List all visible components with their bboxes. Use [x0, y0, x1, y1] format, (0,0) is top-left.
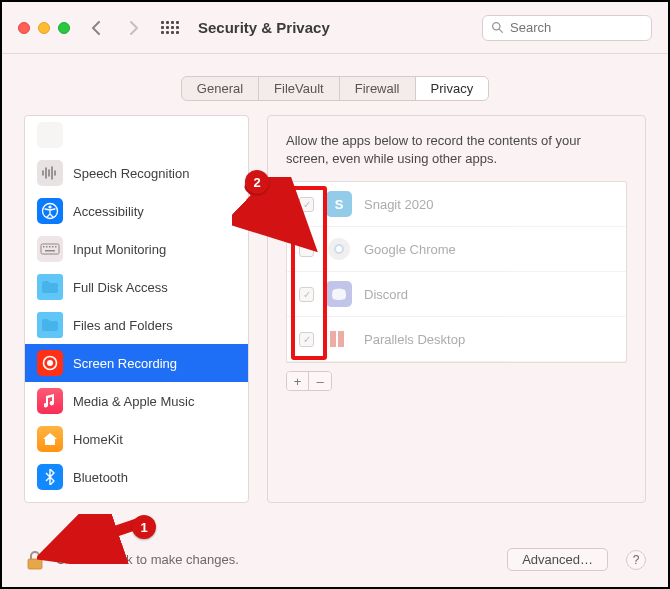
accessibility-icon [37, 198, 63, 224]
svg-rect-13 [52, 246, 54, 248]
disk-icon [37, 274, 63, 300]
apps-grid-icon[interactable] [160, 18, 180, 38]
sidebar-item-label: Media & Apple Music [73, 394, 194, 409]
sidebar-item-label: Speech Recognition [73, 166, 189, 181]
sidebar-item-homekit[interactable]: HomeKit [25, 420, 248, 458]
svg-rect-11 [46, 246, 48, 248]
tab-filevault[interactable]: FileVault [259, 77, 340, 100]
app-checkbox[interactable] [299, 197, 314, 212]
app-name: Snagit 2020 [364, 197, 433, 212]
lock-text: Click the lock to make changes. [56, 552, 239, 567]
app-checkbox[interactable] [299, 242, 314, 257]
minimize-button[interactable] [38, 22, 50, 34]
sidebar-item-label: Screen Recording [73, 356, 177, 371]
app-row[interactable]: S Snagit 2020 [287, 182, 626, 227]
detail-pane: Allow the apps below to record the conte… [267, 115, 646, 503]
add-remove-buttons: + – [286, 371, 332, 391]
chrome-icon [326, 236, 352, 262]
zoom-button[interactable] [58, 22, 70, 34]
help-button[interactable]: ? [626, 550, 646, 570]
annotation-badge-2: 2 [245, 170, 269, 194]
svg-rect-14 [55, 246, 57, 248]
svg-rect-23 [28, 559, 42, 569]
app-row[interactable]: Discord [287, 272, 626, 317]
tab-firewall[interactable]: Firewall [340, 77, 416, 100]
svg-rect-10 [43, 246, 45, 248]
tab-privacy[interactable]: Privacy [416, 77, 489, 100]
record-icon [37, 350, 63, 376]
detail-description: Allow the apps below to record the conte… [286, 132, 627, 167]
sidebar-item-bluetooth[interactable]: Bluetooth [25, 458, 248, 496]
sidebar-item-partial[interactable] [25, 122, 248, 154]
snagit-icon: S [326, 191, 352, 217]
speech-icon [37, 160, 63, 186]
remove-button[interactable]: – [309, 372, 331, 390]
sidebar-item-input-monitoring[interactable]: Input Monitoring [25, 230, 248, 268]
search-icon [491, 21, 504, 34]
svg-rect-21 [330, 331, 336, 347]
sidebar-item-label: Accessibility [73, 204, 144, 219]
footer: Click the lock to make changes. Advanced… [24, 548, 646, 571]
app-name: Google Chrome [364, 242, 456, 257]
tab-bar: General FileVault Firewall Privacy [2, 76, 668, 101]
svg-point-17 [47, 360, 53, 366]
svg-line-1 [499, 29, 502, 32]
titlebar: Security & Privacy [2, 2, 668, 54]
sidebar-item-files-folders[interactable]: Files and Folders [25, 306, 248, 344]
svg-rect-15 [45, 250, 55, 252]
tab-general[interactable]: General [182, 77, 259, 100]
sidebar-item-speech[interactable]: Speech Recognition [25, 154, 248, 192]
privacy-sidebar: Speech Recognition Accessibility Input M… [24, 115, 249, 503]
sidebar-item-media[interactable]: Media & Apple Music [25, 382, 248, 420]
add-button[interactable]: + [287, 372, 309, 390]
close-button[interactable] [18, 22, 30, 34]
window-controls [18, 22, 70, 34]
back-button[interactable] [84, 16, 108, 40]
svg-point-20 [336, 246, 342, 252]
folder-icon [37, 312, 63, 338]
annotation-badge-1: 1 [132, 515, 156, 539]
sidebar-item-label: HomeKit [73, 432, 123, 447]
parallels-icon [326, 326, 352, 352]
app-checkbox[interactable] [299, 287, 314, 302]
sidebar-item-label: Files and Folders [73, 318, 173, 333]
sidebar-item-label: Bluetooth [73, 470, 128, 485]
search-field[interactable] [482, 15, 652, 41]
svg-rect-9 [41, 244, 59, 254]
home-icon [37, 426, 63, 452]
app-name: Parallels Desktop [364, 332, 465, 347]
lock-icon[interactable] [24, 549, 46, 571]
keyboard-icon [37, 236, 63, 262]
music-icon [37, 388, 63, 414]
app-checkbox[interactable] [299, 332, 314, 347]
app-row[interactable]: Parallels Desktop [287, 317, 626, 362]
sidebar-item-label: Full Disk Access [73, 280, 168, 295]
sidebar-item-full-disk[interactable]: Full Disk Access [25, 268, 248, 306]
app-list: S Snagit 2020 Google Chrome Discord [286, 181, 627, 363]
discord-icon [326, 281, 352, 307]
search-input[interactable] [510, 20, 643, 35]
advanced-button[interactable]: Advanced… [507, 548, 608, 571]
app-row[interactable]: Google Chrome [287, 227, 626, 272]
forward-button[interactable] [122, 16, 146, 40]
page-title: Security & Privacy [198, 19, 330, 36]
bluetooth-icon [37, 464, 63, 490]
sidebar-item-screen-recording[interactable]: Screen Recording [25, 344, 248, 382]
app-name: Discord [364, 287, 408, 302]
sidebar-item-accessibility[interactable]: Accessibility [25, 192, 248, 230]
svg-rect-12 [49, 246, 51, 248]
sidebar-item-label: Input Monitoring [73, 242, 166, 257]
svg-point-8 [48, 205, 51, 208]
svg-rect-22 [338, 331, 344, 347]
